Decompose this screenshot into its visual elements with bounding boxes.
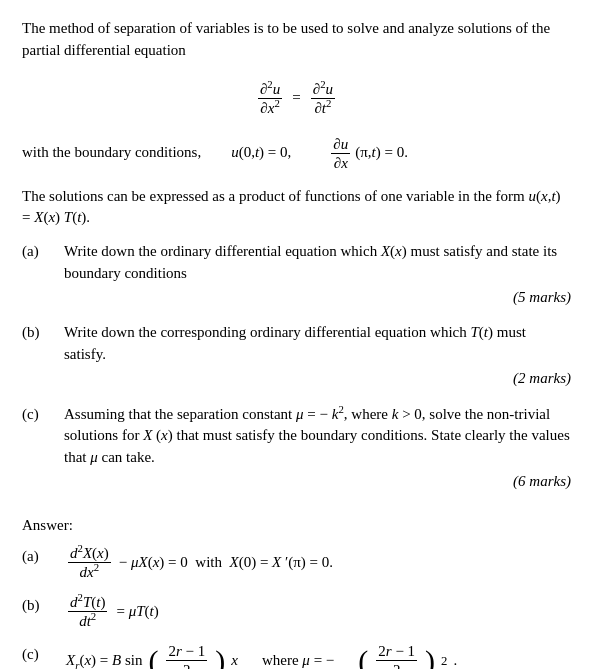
pde-rhs-den: ∂t2 <box>312 99 333 117</box>
part-b-content: Write down the corresponding ordinary di… <box>64 322 571 397</box>
pde-equals: = <box>292 87 300 109</box>
answer-a-rest: − μX(x) = 0 with X(0) = X ′(π) = 0. <box>119 552 333 574</box>
boundary-label: with the boundary conditions, <box>22 142 201 164</box>
boundary-cond1: u(0,t) = 0, <box>231 142 291 164</box>
answer-b-content: d2T(t) dt2 = μT(t) <box>66 591 571 630</box>
part-b: (b) Write down the corresponding ordinar… <box>22 322 571 397</box>
answer-c-frac1: 2r − 1 2 <box>166 642 207 669</box>
intro-text: The method of separation of variables is… <box>22 18 571 62</box>
answer-c: (c) Xr(x) = B sin ( 2r − 1 2 ) x where μ… <box>22 640 571 669</box>
answer-c-lparen2: ( <box>358 647 368 669</box>
answer-a-content: d2X(x) dx2 − μX(x) = 0 with X(0) = X ′(π… <box>66 542 571 581</box>
answer-section: Answer: (a) d2X(x) dx2 − μX(x) = 0 with … <box>22 515 571 670</box>
answer-c-lparen: ( <box>148 647 158 669</box>
answer-b-label: (b) <box>22 591 60 617</box>
answer-a-label: (a) <box>22 542 60 568</box>
part-a-marks: (5 marks) <box>64 287 571 309</box>
answer-c-xr: Xr(x) = B sin <box>66 650 142 669</box>
part-c-marks: (6 marks) <box>64 471 571 493</box>
answer-c-content: Xr(x) = B sin ( 2r − 1 2 ) x where μ = −… <box>66 640 571 669</box>
part-a: (a) Write down the ordinary differential… <box>22 241 571 316</box>
answer-b: (b) d2T(t) dt2 = μT(t) <box>22 591 571 630</box>
pde-rhs-num: ∂2u <box>311 80 335 99</box>
part-b-marks: (2 marks) <box>64 368 571 390</box>
boundary-conditions: u(0,t) = 0, ∂u ∂x (π,t) = 0. <box>231 135 408 172</box>
answer-b-frac: d2T(t) dt2 <box>68 593 107 630</box>
boundary-cond2: ∂u ∂x (π,t) = 0. <box>329 135 408 172</box>
answer-b-rest: = μT(t) <box>116 601 158 623</box>
answer-a-frac: d2X(x) dx2 <box>68 544 111 581</box>
answer-c-rparen: ) <box>215 647 225 669</box>
part-b-label: (b) <box>22 322 64 344</box>
solutions-text: The solutions can be expressed as a prod… <box>22 186 571 230</box>
answer-c-rparen2: ) <box>425 647 435 669</box>
answer-a: (a) d2X(x) dx2 − μX(x) = 0 with X(0) = X… <box>22 542 571 581</box>
answer-c-x: x <box>231 650 238 669</box>
part-c-content: Assuming that the separation constant μ … <box>64 404 571 501</box>
answer-c-dot: . <box>453 650 457 669</box>
part-a-content: Write down the ordinary differential equ… <box>64 241 571 316</box>
part-c: (c) Assuming that the separation constan… <box>22 404 571 501</box>
boundary-row: with the boundary conditions, u(0,t) = 0… <box>22 135 571 172</box>
part-a-label: (a) <box>22 241 64 263</box>
pde-lhs-den: ∂x2 <box>258 99 282 117</box>
answer-label: Answer: <box>22 515 571 537</box>
part-c-label: (c) <box>22 404 64 426</box>
answer-c-label: (c) <box>22 640 60 666</box>
answer-c-where: where μ = − <box>262 650 334 669</box>
answer-c-frac2: 2r − 1 2 <box>376 642 417 669</box>
pde-equation: ∂2u ∂x2 = ∂2u ∂t2 <box>22 80 571 117</box>
